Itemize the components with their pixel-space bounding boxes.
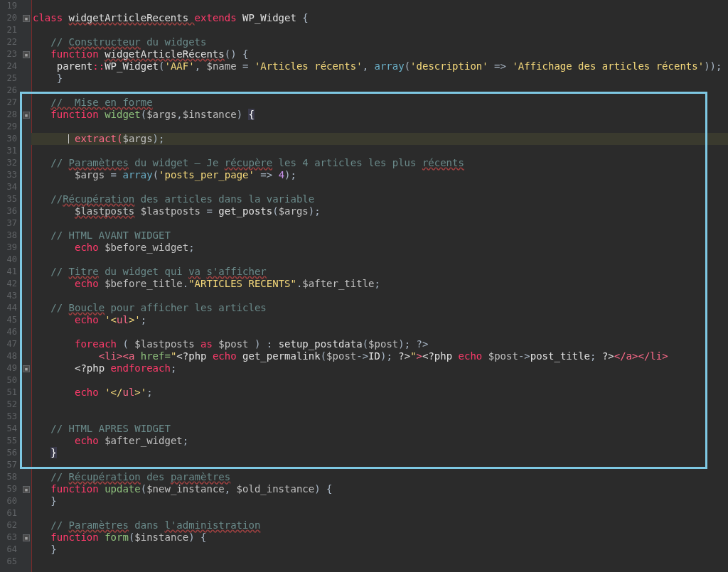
code-line[interactable]	[31, 217, 728, 230]
fold-marker	[21, 217, 31, 230]
fold-marker	[21, 121, 31, 133]
fold-marker	[21, 0, 31, 12]
code-line[interactable]: echo $before_title."ARTICLES RECENTS".$a…	[31, 278, 728, 290]
fold-marker	[21, 181, 31, 193]
code-line[interactable]	[31, 556, 728, 568]
code-line[interactable]: }	[31, 72, 728, 85]
code-line[interactable]: // Récupération des paramètres	[31, 471, 728, 483]
code-line[interactable]: <?php endforeach;	[31, 362, 728, 374]
code-line[interactable]: function form($instance) {	[31, 531, 728, 544]
code-line[interactable]: echo '<ul>';	[31, 314, 728, 326]
code-editor[interactable]: 1920212223242526272829303132333435363738…	[0, 0, 728, 572]
line-number: 25	[0, 72, 17, 85]
code-line[interactable]: // Paramètres dans l'administration	[31, 519, 728, 531]
line-number: 36	[0, 205, 17, 217]
line-number: 61	[0, 507, 17, 519]
line-number: 22	[0, 36, 17, 48]
line-number: 60	[0, 495, 17, 507]
code-line[interactable]: // Titre du widget qui va s'afficher	[31, 266, 728, 278]
fold-marker	[21, 495, 31, 507]
fold-marker[interactable]	[21, 48, 31, 60]
code-line[interactable]: $args = array('posts_per_page' => 4);	[31, 169, 728, 181]
fold-marker	[21, 411, 31, 423]
fold-marker[interactable]	[21, 531, 31, 544]
code-line[interactable]: extract($args);	[31, 133, 728, 145]
line-number: 27	[0, 97, 17, 109]
code-line[interactable]: // Boucle pour afficher les articles	[31, 302, 728, 314]
code-line[interactable]	[31, 459, 728, 471]
code-line[interactable]	[31, 290, 728, 302]
fold-marker	[21, 519, 31, 531]
code-line[interactable]: $lastposts $lastposts = get_posts($args)…	[31, 205, 728, 217]
code-line[interactable]: // HTML APRES WIDGET	[31, 423, 728, 435]
code-line[interactable]: parent::WP_Widget('AAF', $name = 'Articl…	[31, 60, 728, 72]
code-line[interactable]	[31, 181, 728, 193]
code-line[interactable]: echo $before_widget;	[31, 242, 728, 254]
line-number: 29	[0, 121, 17, 133]
fold-marker	[21, 157, 31, 169]
line-number: 59	[0, 483, 17, 495]
code-line[interactable]	[31, 24, 728, 36]
code-line[interactable]: // HTML AVANT WIDGET	[31, 230, 728, 242]
line-number: 23	[0, 48, 17, 60]
fold-marker	[21, 97, 31, 109]
code-line[interactable]: <li><a href="<?php echo get_permalink($p…	[31, 350, 728, 362]
code-area[interactable]: class widgetArticleRecents extends WP_Wi…	[31, 0, 728, 572]
line-number: 54	[0, 423, 17, 435]
line-number: 37	[0, 217, 17, 230]
code-line[interactable]: // Constructeur du widgets	[31, 36, 728, 48]
fold-marker	[21, 350, 31, 362]
line-number: 32	[0, 157, 17, 169]
code-line[interactable]: function widgetArticleRécents() {	[31, 48, 728, 60]
code-line[interactable]	[31, 399, 728, 411]
code-line[interactable]: class widgetArticleRecents extends WP_Wi…	[31, 12, 728, 24]
code-line[interactable]: echo '</ul>';	[31, 387, 728, 399]
line-number: 55	[0, 435, 17, 447]
code-line[interactable]	[31, 326, 728, 338]
code-line[interactable]: }	[31, 544, 728, 556]
code-line[interactable]: function widget($args,$instance) {	[31, 109, 728, 121]
line-number: 43	[0, 290, 17, 302]
fold-marker	[21, 374, 31, 387]
code-line[interactable]: echo $after_widget;	[31, 435, 728, 447]
fold-marker	[21, 205, 31, 217]
code-line[interactable]	[31, 145, 728, 157]
fold-marker	[21, 302, 31, 314]
line-number: 28	[0, 109, 17, 121]
code-line[interactable]	[31, 507, 728, 519]
line-number: 35	[0, 193, 17, 205]
code-line[interactable]	[31, 411, 728, 423]
fold-marker	[21, 471, 31, 483]
line-number: 46	[0, 326, 17, 338]
code-line[interactable]: function update($new_instance, $old_inst…	[31, 483, 728, 495]
code-line[interactable]: foreach ( $lastposts as $post ) : setup_…	[31, 338, 728, 350]
fold-marker[interactable]	[21, 483, 31, 495]
fold-marker[interactable]	[21, 109, 31, 121]
fold-marker	[21, 399, 31, 411]
line-number: 30	[0, 133, 17, 145]
code-line[interactable]	[31, 0, 728, 12]
line-number: 53	[0, 411, 17, 423]
line-number: 57	[0, 459, 17, 471]
line-number: 33	[0, 169, 17, 181]
code-line[interactable]: }	[31, 495, 728, 507]
line-number: 38	[0, 230, 17, 242]
fold-marker[interactable]	[21, 362, 31, 374]
code-line[interactable]	[31, 121, 728, 133]
fold-marker	[21, 145, 31, 157]
code-line[interactable]: }	[31, 447, 728, 459]
line-number: 63	[0, 531, 17, 544]
code-line[interactable]	[31, 254, 728, 266]
code-line[interactable]	[31, 374, 728, 387]
fold-marker[interactable]	[21, 12, 31, 24]
fold-marker	[21, 60, 31, 72]
line-number: 51	[0, 387, 17, 399]
fold-column[interactable]	[21, 0, 31, 572]
code-line[interactable]: //Récupération des articles dans la vari…	[31, 193, 728, 205]
code-line[interactable]	[31, 85, 728, 97]
line-number: 45	[0, 314, 17, 326]
fold-marker	[21, 338, 31, 350]
fold-marker	[21, 266, 31, 278]
code-line[interactable]: // Mise en forme	[31, 97, 728, 109]
code-line[interactable]: // Paramètres du widget – Je récupère le…	[31, 157, 728, 169]
